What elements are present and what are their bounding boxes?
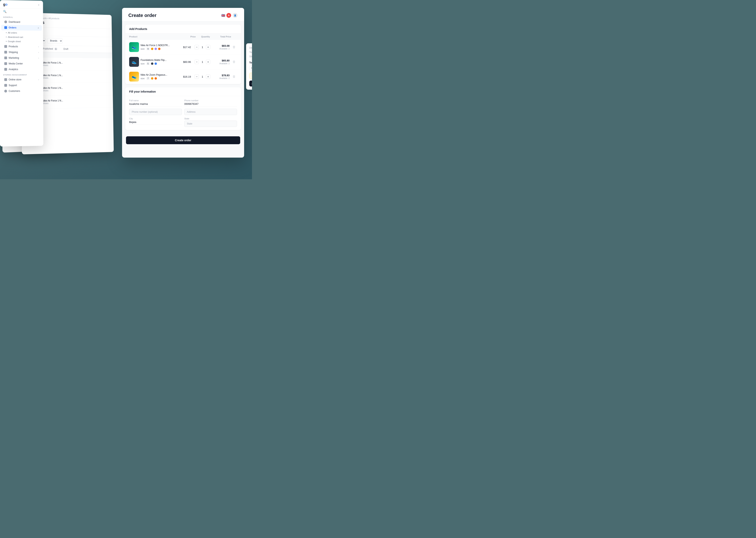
qty-increase-1[interactable]: +: [206, 45, 210, 49]
add-products-section: Add Products Product Price Quantity Tota…: [125, 25, 241, 84]
avatar-user2: 👤: [232, 13, 238, 18]
arrow-icon: ›: [38, 79, 39, 81]
create-order-panel: Create order 🇬🇧 A 👤 Add Products Product…: [122, 8, 244, 158]
fill-information-section: Fill your information Full name loualich…: [125, 87, 241, 130]
order-summary-panel: Discount 0 DA Tax 0 DA Shipping - Total …: [246, 43, 252, 90]
size-row-2: size: 5: [141, 62, 176, 65]
orders-icon-p3: [4, 26, 7, 29]
sidebar-item-products-p3[interactable]: Products ›: [1, 44, 42, 49]
customers-icon-p3: [4, 90, 7, 92]
create-order-content: Add Products Product Price Quantity Tota…: [122, 25, 244, 147]
state-field: State: [184, 117, 237, 127]
shipping-row: Shipping -: [249, 55, 252, 58]
add-product-button[interactable]: Add product +: [249, 81, 252, 86]
product-thumb-2: 👟: [129, 57, 139, 67]
quantity-control-3: − 1 +: [193, 75, 212, 79]
sidebar-item-customers-p3[interactable]: Customers: [1, 88, 42, 94]
color-dot-1: [151, 48, 153, 50]
dot: [6, 32, 7, 33]
store-icon-p3: [4, 78, 7, 81]
sidebar-item-marketing-p3[interactable]: Marketing ›: [1, 55, 42, 61]
qty-decrease-1[interactable]: −: [195, 45, 199, 49]
color-dot-3: [158, 48, 161, 50]
trash-icon-2: 🗑: [232, 60, 236, 64]
sidebar-item-orders-p3[interactable]: Orders ▾: [1, 25, 42, 31]
product-info-3: Nike Air Force 1 N... Shoes: [42, 86, 108, 92]
add-products-title: Add Products: [125, 25, 241, 33]
sidebar-item-analytics-p3[interactable]: Analytics: [1, 67, 42, 72]
address-input[interactable]: [184, 109, 237, 115]
dashboard-icon-p3: [4, 21, 7, 23]
edit-pricing-button[interactable]: Edit pricing ✏️: [249, 73, 252, 79]
search-icon-p3[interactable]: 🔍: [3, 10, 7, 13]
color-dot-4: [151, 63, 153, 65]
state-input[interactable]: [184, 121, 237, 127]
product-total-2: $65.80 Available: 2: [214, 59, 230, 65]
flag-uk: 🇬🇧: [221, 14, 225, 17]
product-info-2: Nike Air Force 1 N... Shoes: [42, 74, 108, 79]
section-general-label-p3: GENERAL: [0, 15, 43, 20]
support-icon-p3: [4, 84, 7, 87]
qty-decrease-3[interactable]: −: [195, 75, 199, 79]
products-icon-p3: [4, 45, 7, 48]
sidebar-item-dashboard-p3[interactable]: Dashboard: [1, 19, 42, 25]
qty-increase-2[interactable]: +: [206, 60, 210, 64]
panel-orders-sidebar: go ‹ 🔍 GENERAL Dashboard Orders ▾ All or…: [0, 0, 43, 146]
topbar: go ‹: [0, 0, 43, 9]
size-row-3: size: 7: [141, 77, 176, 80]
logo-p3: go: [3, 2, 8, 7]
product-price-3: $16.19: [177, 75, 191, 78]
analytics-icon-p3: [4, 68, 7, 71]
avatar-user: A: [226, 13, 231, 18]
product-total-3: $78.83 Available: 2: [214, 74, 230, 80]
sidebar-sub-googlesheet[interactable]: Google sheet: [0, 39, 43, 44]
color-dot-2: [155, 48, 157, 50]
product-price-2: $60.96: [177, 61, 191, 63]
product-thumb-3: 👟: [129, 72, 139, 81]
address-field: [184, 109, 237, 115]
color-dot-7: [155, 77, 157, 80]
search-bar-p3: 🔍: [0, 8, 43, 15]
product-row-1: 👟 Nike Air Force 1 NDESTR... size: 9 $17…: [125, 40, 241, 55]
collapse-sidebar-button[interactable]: ‹: [37, 3, 41, 7]
section-stores-label-p3: STORES MANAGEMENT: [0, 72, 43, 77]
phone-optional-input[interactable]: [129, 109, 182, 115]
shoe-img-1: 👟: [129, 42, 139, 52]
bottom-actions: Create order: [122, 133, 244, 147]
sidebar-item-shipping-p3[interactable]: Shipping ›: [1, 49, 42, 55]
arrow-icon: ›: [38, 57, 39, 59]
color-dot-6: [151, 77, 153, 80]
sidebar-item-onlinestore-p3[interactable]: Online store ›: [1, 77, 42, 82]
sidebar-item-media-p3[interactable]: Media Center: [1, 61, 42, 66]
product-details-2: Foundations Matte Flip... size: 5: [141, 59, 176, 65]
dot: [6, 37, 7, 37]
published-badge: 1: [54, 48, 57, 50]
avatar-group: 🇬🇧 A 👤: [221, 13, 238, 18]
panel-create-order: Create order 🇬🇧 A 👤 Add Products Product…: [122, 8, 244, 158]
sidebar-item-support-p3[interactable]: Support: [1, 82, 42, 88]
delete-product-1[interactable]: 🗑: [231, 45, 237, 49]
arrow-icon: ›: [38, 45, 39, 48]
sidebar-sub-abandonedcart[interactable]: Abandoned cart: [0, 35, 43, 40]
shoe-img-3: 👟: [129, 72, 139, 81]
product-info-1: Nike Air Force 1 N... Shoes: [42, 61, 108, 67]
qty-decrease-2[interactable]: −: [195, 60, 199, 64]
discount-code-input[interactable]: [249, 66, 252, 70]
delete-product-3[interactable]: 🗑: [231, 75, 237, 79]
brands-select[interactable]: Brands: [47, 38, 63, 44]
create-order-button[interactable]: Create order: [126, 136, 240, 144]
sidebar-sub-allorders[interactable]: All orders: [0, 30, 43, 35]
quantity-control-1: − 1 +: [193, 45, 212, 49]
tab-draft[interactable]: Draft: [61, 46, 71, 52]
customer-form: Full name loualiche marina Phone number …: [125, 96, 241, 130]
discount-codes-row: Apply: [249, 66, 252, 70]
delete-product-2[interactable]: 🗑: [231, 60, 237, 64]
product-total-1: $83.08 Available: 2: [214, 44, 230, 50]
shoe-img-2: 👟: [129, 57, 139, 67]
qty-increase-3[interactable]: +: [206, 75, 210, 79]
media-icon-p3: [4, 62, 7, 65]
dot: [6, 41, 7, 42]
arrow-icon: ›: [38, 51, 39, 53]
products-table-header: Product Price Quantity Total Price: [125, 33, 241, 40]
shipping-icon-p3: [4, 51, 7, 54]
